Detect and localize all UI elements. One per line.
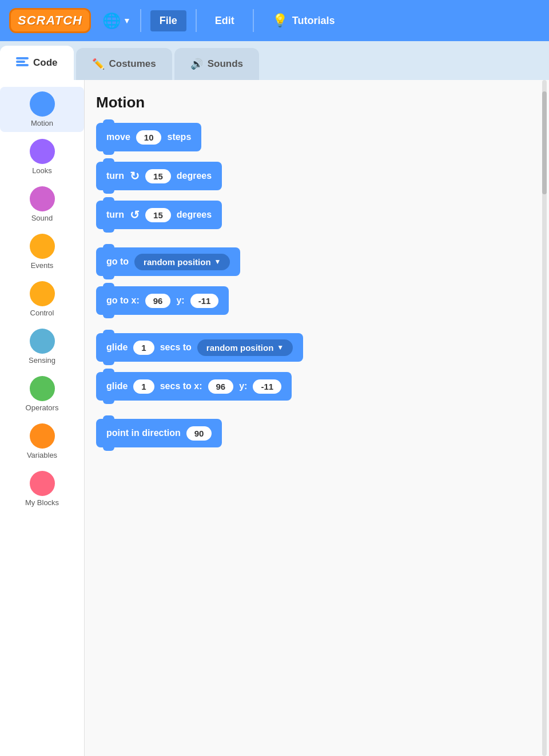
block-text-secs-to-x: secs to x: [160, 381, 202, 391]
block-input-glide-secs[interactable]: 1 [133, 341, 154, 355]
sidebar-label-sensing: Sensing [29, 356, 55, 365]
block-turn-cw[interactable]: turn ↻ 15 degrees [96, 162, 222, 190]
block-input-glide-y[interactable]: -11 [253, 379, 281, 394]
sounds-tab-icon: 🔊 [190, 58, 203, 70]
operators-dot [30, 376, 55, 401]
block-text-glide-xy: glide [106, 381, 128, 391]
block-input-glide-xy-secs[interactable]: 1 [133, 379, 154, 394]
nav-divider-2 [196, 9, 197, 32]
sidebar-label-variables: Variables [27, 451, 57, 459]
section-title: Motion [96, 94, 538, 111]
block-point-direction[interactable]: point in direction 90 [96, 419, 222, 447]
dropdown-label-glide-to: random position [206, 343, 274, 353]
block-text-move: move [106, 132, 130, 142]
control-dot [30, 281, 55, 306]
variables-dot [30, 423, 55, 449]
sidebar-label-control: Control [30, 309, 54, 317]
block-input-steps[interactable]: 10 [136, 130, 162, 145]
block-text-point-direction: point in direction [106, 428, 181, 438]
costumes-tab-icon: ✏️ [92, 58, 105, 70]
costumes-tab-label: Costumes [109, 58, 156, 70]
dropdown-arrow-go-to: ▼ [214, 258, 221, 266]
sidebar-item-sensing[interactable]: Sensing [0, 324, 84, 369]
block-glide-to[interactable]: glide 1 secs to random position ▼ [96, 333, 303, 362]
block-text-turn-ccw: turn [106, 210, 124, 220]
events-dot [30, 234, 55, 259]
block-text-degrees-cw: degrees [177, 171, 212, 181]
block-input-x[interactable]: 96 [145, 294, 171, 308]
block-text-degrees-ccw: degrees [177, 210, 212, 220]
svg-rect-0 [16, 57, 29, 59]
block-input-glide-x[interactable]: 96 [208, 379, 234, 394]
top-nav: SCRATCH 🌐 ▼ File Edit 💡 Tutorials [0, 0, 549, 41]
sidebar-label-my-blocks: My Blocks [25, 498, 59, 507]
dropdown-arrow-glide-to: ▼ [277, 343, 284, 351]
block-go-to[interactable]: go to random position ▼ [96, 247, 240, 276]
bulb-icon: 💡 [272, 13, 288, 28]
block-input-turn-cw[interactable]: 15 [145, 169, 171, 183]
sounds-tab-label: Sounds [208, 58, 243, 70]
main-area: Motion Looks Sound Events Control Sensin… [0, 80, 549, 756]
block-text-glide-to: glide [106, 342, 128, 353]
block-go-to-xy[interactable]: go to x: 96 y: -11 [96, 286, 229, 315]
tab-costumes[interactable]: ✏️ Costumes [76, 48, 172, 80]
sidebar-item-operators[interactable]: Operators [0, 371, 84, 417]
sidebar-item-events[interactable]: Events [0, 229, 84, 274]
edit-menu-button[interactable]: Edit [206, 10, 244, 31]
block-glide-to-xy[interactable]: glide 1 secs to x: 96 y: -11 [96, 372, 292, 401]
myblocks-dot [30, 471, 55, 496]
svg-rect-1 [16, 61, 25, 63]
svg-rect-2 [16, 64, 29, 66]
block-text-steps: steps [167, 132, 191, 142]
sidebar-item-looks[interactable]: Looks [0, 134, 84, 179]
code-tab-icon [16, 57, 29, 69]
block-move-steps[interactable]: move 10 steps [96, 123, 201, 151]
tab-sounds[interactable]: 🔊 Sounds [174, 48, 259, 80]
scrollbar-track [542, 80, 547, 756]
sidebar-label-sound: Sound [31, 214, 53, 222]
chevron-down-icon: ▼ [123, 16, 131, 25]
block-dropdown-go-to[interactable]: random position ▼ [134, 254, 230, 270]
sensing-dot [30, 329, 55, 354]
sidebar: Motion Looks Sound Events Control Sensin… [0, 80, 85, 756]
turn-cw-icon: ↻ [130, 169, 140, 183]
dropdown-label-go-to: random position [144, 257, 211, 267]
language-button[interactable]: 🌐 ▼ [102, 12, 131, 30]
block-text-y2: y: [239, 381, 247, 391]
sidebar-item-my-blocks[interactable]: My Blocks [0, 466, 84, 511]
scrollbar-thumb[interactable] [542, 91, 547, 194]
block-text-go-to: go to [106, 257, 129, 267]
block-text-secs-to: secs to [160, 342, 192, 353]
sidebar-item-sound[interactable]: Sound [0, 182, 84, 227]
sidebar-label-motion: Motion [31, 119, 53, 127]
sidebar-item-variables[interactable]: Variables [0, 419, 84, 464]
motion-dot [30, 91, 55, 117]
file-menu-button[interactable]: File [150, 10, 186, 31]
sidebar-item-control[interactable]: Control [0, 277, 84, 322]
sidebar-label-events: Events [31, 261, 54, 270]
block-input-turn-ccw[interactable]: 15 [145, 208, 171, 222]
turn-ccw-icon: ↺ [130, 208, 140, 222]
sound-dot [30, 186, 55, 211]
block-text-go-to-x: go to x: [106, 295, 140, 306]
tabs-bar: Code ✏️ Costumes 🔊 Sounds [0, 41, 549, 80]
block-text-y: y: [176, 295, 184, 306]
block-dropdown-glide-to[interactable]: random position ▼ [197, 339, 293, 356]
block-turn-ccw[interactable]: turn ↺ 15 degrees [96, 201, 222, 229]
looks-dot [30, 139, 55, 164]
sidebar-label-looks: Looks [32, 166, 52, 175]
block-input-direction[interactable]: 90 [186, 426, 212, 441]
tutorials-label: Tutorials [292, 15, 335, 27]
block-input-y[interactable]: -11 [190, 294, 219, 308]
blocks-area: Motion move 10 steps turn ↻ 15 degrees t… [85, 80, 549, 756]
nav-divider-3 [253, 9, 254, 32]
sidebar-label-operators: Operators [26, 403, 59, 412]
code-tab-label: Code [33, 57, 58, 69]
globe-icon: 🌐 [102, 12, 121, 30]
nav-divider-1 [140, 9, 141, 32]
tutorials-button[interactable]: 💡 Tutorials [263, 9, 344, 33]
block-text-turn-cw: turn [106, 171, 124, 181]
tab-code[interactable]: Code [0, 46, 74, 80]
sidebar-item-motion[interactable]: Motion [0, 87, 84, 132]
scratch-logo[interactable]: SCRATCH [9, 8, 91, 33]
